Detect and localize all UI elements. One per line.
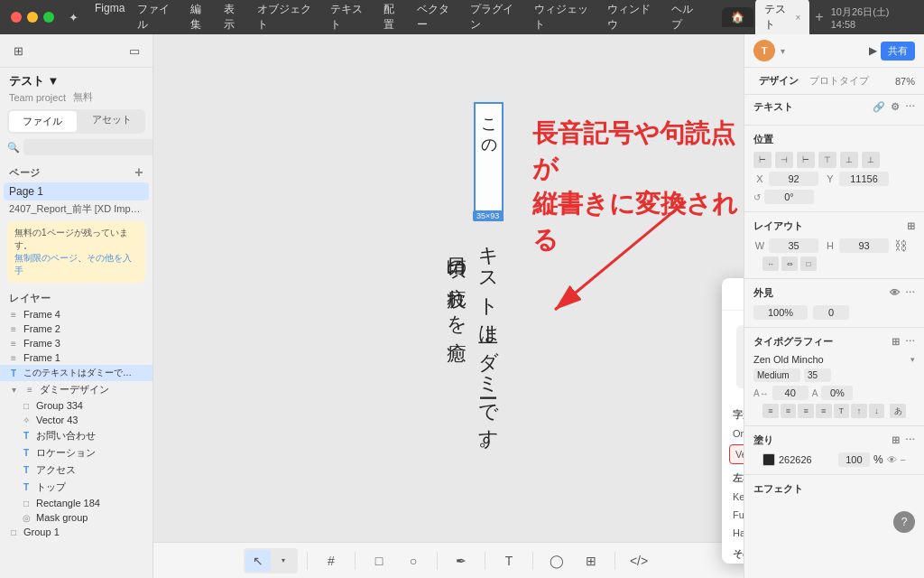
- minimize-button[interactable]: [27, 12, 38, 23]
- menu-file[interactable]: ファイル: [132, 0, 183, 34]
- fill-icon-2[interactable]: ⋯: [905, 434, 915, 446]
- layout-toggle[interactable]: ▭: [124, 40, 145, 61]
- font-weight-input[interactable]: [753, 368, 800, 382]
- frame-tool[interactable]: #: [317, 548, 346, 573]
- shape-tool[interactable]: ◯: [542, 548, 571, 573]
- link-icon[interactable]: 🔗: [873, 101, 885, 113]
- layer-frame4[interactable]: ≡ Frame 4: [0, 307, 152, 322]
- rotation-input[interactable]: [764, 190, 814, 204]
- select-dropdown[interactable]: ▾: [271, 550, 296, 572]
- share-button[interactable]: 共有: [881, 42, 915, 61]
- canvas[interactable]: この 35×93 キスト上はダミーです。 日頃の疲れを癒 長音記号や句読点が縦書…: [153, 34, 744, 578]
- close-button[interactable]: [11, 12, 22, 23]
- layer-location[interactable]: T ロケーション: [13, 444, 152, 461]
- menu-arrange[interactable]: 配置: [378, 0, 410, 34]
- align-left[interactable]: ⊢: [753, 152, 772, 168]
- menu-widget[interactable]: ウィジェット: [529, 0, 601, 34]
- fullscreen-button[interactable]: [43, 12, 54, 23]
- align-justify-text[interactable]: ≡: [816, 404, 832, 418]
- tab-prototype[interactable]: プロトタイプ: [804, 71, 874, 90]
- pen-tool[interactable]: ✒: [447, 548, 476, 573]
- align-left-text[interactable]: ≡: [762, 404, 779, 418]
- menu-window[interactable]: ウィンドウ: [602, 0, 663, 34]
- layout-icon[interactable]: ⊞: [907, 220, 915, 232]
- layer-frame3[interactable]: ≡ Frame 3: [0, 336, 152, 350]
- more-icon-2[interactable]: ⋯: [905, 287, 915, 299]
- menu-edit[interactable]: 編集: [185, 0, 217, 34]
- typo-icon-2[interactable]: ⋯: [905, 336, 915, 348]
- menu-view[interactable]: 表示: [218, 0, 250, 34]
- font-size-input[interactable]: [804, 368, 831, 382]
- fill-icon-1[interactable]: ⊞: [892, 434, 900, 446]
- rect-tool[interactable]: □: [365, 548, 393, 573]
- align-right-text[interactable]: ≡: [798, 404, 814, 418]
- page-item-1[interactable]: Page 1: [4, 182, 149, 200]
- layer-vector43[interactable]: ⟡ Vector 43: [13, 413, 152, 427]
- lock-ratio-icon[interactable]: ⛓: [894, 238, 907, 253]
- align-bottom[interactable]: ⊥: [862, 152, 880, 168]
- text-top[interactable]: T: [834, 404, 850, 418]
- opacity-input[interactable]: [753, 305, 808, 320]
- layer-top[interactable]: T トップ: [13, 479, 152, 496]
- menu-plugin[interactable]: プラグイン: [465, 0, 526, 34]
- text-middle[interactable]: ↑: [851, 404, 867, 418]
- fill-minus-icon[interactable]: −: [901, 454, 906, 465]
- select-tool[interactable]: ↖: [245, 550, 271, 572]
- typo-icon-1[interactable]: ⊞: [892, 336, 900, 348]
- layer-rect184[interactable]: □ Rectangle 184: [13, 496, 152, 510]
- layer-access[interactable]: T アクセス: [13, 461, 152, 479]
- h-input[interactable]: [839, 238, 889, 253]
- align-top[interactable]: ⊤: [818, 152, 836, 168]
- layer-text-selected[interactable]: T このテキストはダミーです。日頃の...: [0, 365, 152, 381]
- align-center-h[interactable]: ⊣: [775, 152, 793, 168]
- tab-design[interactable]: デザイン: [753, 71, 804, 90]
- visibility-icon[interactable]: 👁: [890, 287, 900, 299]
- page-item-2[interactable]: 2407_Report_前半 [XD Import] (30-Ju...: [0, 200, 152, 218]
- text-element[interactable]: この: [474, 102, 504, 221]
- align-center-text[interactable]: ≡: [781, 404, 797, 418]
- project-name[interactable]: テスト ▼: [9, 73, 143, 89]
- y-input[interactable]: [839, 172, 889, 186]
- component-tool[interactable]: ⊞: [577, 548, 605, 573]
- layers-toggle[interactable]: ⊞: [7, 40, 29, 61]
- layer-group334[interactable]: □ Group 334: [13, 398, 152, 413]
- align-right[interactable]: ⊢: [797, 152, 815, 168]
- code-tool[interactable]: </>: [624, 548, 653, 573]
- dialog-tab-basic[interactable]: 基本設定: [722, 278, 744, 310]
- layer-contact[interactable]: T お問い合わせ: [13, 427, 152, 444]
- tab-file[interactable]: ファイル: [9, 111, 77, 132]
- add-page-button[interactable]: +: [134, 164, 143, 181]
- align-middle-v[interactable]: ⊥: [840, 152, 858, 168]
- fill-color-swatch[interactable]: [762, 453, 775, 466]
- x-input[interactable]: [769, 172, 818, 186]
- fill-opacity-input[interactable]: [838, 452, 870, 467]
- home-tab[interactable]: 🏠: [722, 7, 753, 27]
- tab-close-icon[interactable]: ×: [796, 13, 801, 23]
- notice-link-pages[interactable]: 無制限のページ: [14, 253, 78, 263]
- layout-btn-2[interactable]: ⇔: [781, 256, 798, 271]
- tab-asset[interactable]: アセット: [79, 109, 146, 134]
- text-style-btn[interactable]: あ: [890, 404, 906, 418]
- letter-pct-input[interactable]: [821, 386, 853, 400]
- layer-frame1[interactable]: ≡ Frame 1: [0, 350, 152, 365]
- menu-help[interactable]: ヘルプ: [666, 0, 707, 34]
- search-input[interactable]: [23, 139, 153, 155]
- layer-maskgroup[interactable]: ◎ Mask group: [13, 510, 152, 525]
- file-tab[interactable]: テスト ×: [755, 0, 810, 36]
- menu-object[interactable]: オブジェクト: [252, 0, 324, 34]
- layer-dummydesign[interactable]: ▾ ≡ ダミーデザイン: [0, 381, 152, 398]
- layout-btn-3[interactable]: □: [800, 256, 817, 271]
- letter-spacing-input[interactable]: [772, 386, 808, 400]
- more-icon[interactable]: ⋯: [905, 101, 915, 113]
- w-input[interactable]: [769, 238, 818, 253]
- layout-btn-1[interactable]: ↔: [762, 256, 779, 271]
- layer-frame2[interactable]: ≡ Frame 2: [0, 322, 152, 336]
- settings-icon[interactable]: ⚙: [891, 101, 900, 113]
- menu-figma[interactable]: Figma: [89, 0, 130, 34]
- corner-input[interactable]: [813, 305, 849, 320]
- ellipse-tool[interactable]: ○: [399, 548, 428, 573]
- add-tab-button[interactable]: +: [815, 9, 823, 25]
- fill-visibility-icon[interactable]: 👁: [887, 454, 897, 465]
- text-bottom[interactable]: ↓: [869, 404, 885, 418]
- menu-vector[interactable]: ベクター: [411, 0, 463, 34]
